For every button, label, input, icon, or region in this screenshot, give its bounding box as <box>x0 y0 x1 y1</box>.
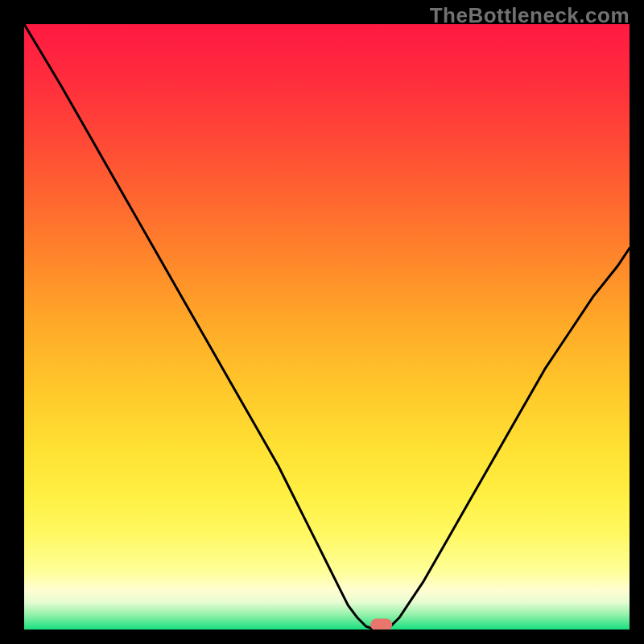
optimal-point-marker <box>370 618 392 630</box>
gradient-background <box>24 24 630 630</box>
watermark-text: TheBottleneck.com <box>430 3 630 28</box>
bottleneck-chart <box>24 24 630 630</box>
plot-area <box>24 24 630 630</box>
chart-container: TheBottleneck.com <box>0 0 644 644</box>
